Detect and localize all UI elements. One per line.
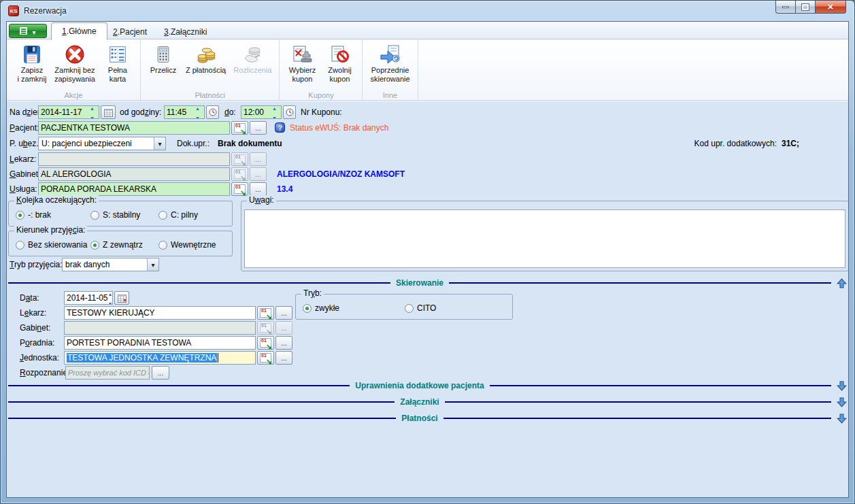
ribbon-group-akcje: Zapisz i zamknij Zamknij bez zapisywania… xyxy=(7,39,141,100)
referral-unit-browse-button[interactable]: ... xyxy=(275,351,292,365)
to-time-field[interactable]: 12:00 xyxy=(241,105,282,119)
service-picker-button[interactable]: 01 xyxy=(231,182,248,196)
attachments-section-title: Załączniki xyxy=(400,397,439,407)
radio-icon xyxy=(90,211,99,220)
direction-radio-bez-skierowania[interactable]: Bez skierowania xyxy=(16,239,87,250)
rozliczenia-button: Rozliczenia xyxy=(231,43,273,75)
referral-office-browse-button: ... xyxy=(275,321,292,335)
direction-radio-wewnetrzne[interactable]: Wewnętrzne xyxy=(158,239,216,250)
referral-date-field[interactable]: 2014-11-05 xyxy=(64,291,113,305)
tab-glowne[interactable]: 1.Główne xyxy=(51,22,107,40)
main-form: Na dzień: 2014-11-17 od godziny: 11:45 d… xyxy=(7,101,848,497)
radio-icon xyxy=(90,241,99,250)
from-time-spinner[interactable] xyxy=(193,105,202,119)
referral-date-spinner[interactable] xyxy=(108,291,113,305)
dropdown-arrow-icon xyxy=(147,258,158,271)
save-and-close-button[interactable]: Zapisz i zamknij xyxy=(15,43,49,84)
ewus-help-icon[interactable]: ? xyxy=(275,122,285,133)
date-field[interactable]: 2014-11-17 xyxy=(38,105,99,119)
referral-office-picker-button: 01 xyxy=(257,321,274,335)
referral-clinic-field[interactable]: PORTEST PORADNIA TESTOWA xyxy=(64,336,256,350)
referral-office-field xyxy=(64,321,256,335)
date-calendar-button[interactable] xyxy=(101,105,116,119)
referral-date-label: Data: xyxy=(20,291,39,305)
collapse-up-arrow-icon[interactable] xyxy=(837,278,847,288)
queue-radio-brak[interactable]: -: brak xyxy=(16,209,51,220)
przelicz-button[interactable]: Przelicz xyxy=(146,43,180,75)
diagnosis-placeholder: Proszę wybrać kod ICD 4-... xyxy=(68,369,150,377)
document-value: Brak dokumentu xyxy=(218,137,282,150)
queue-group-label: Kolejka oczekujących: xyxy=(14,195,99,205)
ribbon-menu-button[interactable] xyxy=(9,24,47,38)
referral-office-label: Gabinet: xyxy=(20,321,50,335)
to-time-spinner[interactable] xyxy=(270,105,279,119)
date-spinner[interactable] xyxy=(88,105,97,119)
patient-picker-button[interactable]: 01 xyxy=(231,121,248,135)
divider xyxy=(449,282,831,284)
referral-clinic-browse-button[interactable]: ... xyxy=(275,336,292,350)
from-time-clock-button[interactable] xyxy=(206,105,219,119)
mode-radio-zwykle[interactable]: zwykłe xyxy=(303,303,339,314)
extra-rights-section-header: Uprawnienia dodatkowe pacjenta xyxy=(8,380,847,391)
close-without-saving-button[interactable]: Zamknij bez zapisywania xyxy=(52,43,97,84)
z-platnoscia-button[interactable]: Z płatnością xyxy=(184,43,228,75)
mode-radio-cito[interactable]: CITO xyxy=(405,303,436,314)
coupon-stamp-icon xyxy=(291,44,313,65)
tab-pacjent[interactable]: 2.Pacjent xyxy=(103,23,157,40)
referral-unit-field[interactable]: TESTOWA JEDNOSTKA ZEWNĘTRZNA xyxy=(64,351,256,365)
full-card-button[interactable]: Pełna karta xyxy=(101,43,135,84)
referral-clinic-label: Poradnia: xyxy=(20,336,54,350)
divider xyxy=(8,385,350,386)
record-picker-icon: 01 xyxy=(260,308,271,318)
direction-radio-z-zewnatrz[interactable]: Z zewnątrz xyxy=(90,239,143,250)
zwolnij-kupon-button[interactable]: Zwolnij kupon xyxy=(322,43,356,84)
referral-unit-picker-button[interactable]: 01 xyxy=(257,351,274,365)
diagnosis-browse-button[interactable]: ... xyxy=(152,366,169,380)
referral-doctor-picker-button[interactable]: 01 xyxy=(257,306,274,320)
referral-doctor-browse-button[interactable]: ... xyxy=(275,306,292,320)
poprzednie-skierowanie-button[interactable]: Poprzednie skierowanie xyxy=(368,43,412,84)
text-caret xyxy=(218,353,218,363)
patient-field[interactable]: PACJENTKA TESTOWA xyxy=(38,121,230,135)
maximize-icon xyxy=(802,4,809,10)
document-label: Dok.upr.: xyxy=(177,137,209,150)
expand-down-arrow-icon[interactable] xyxy=(837,397,847,407)
patient-browse-button[interactable]: ... xyxy=(250,121,267,135)
close-button[interactable] xyxy=(815,1,846,14)
doctor-picker-button: 01 xyxy=(231,152,248,166)
referral-section-title: Skierowanie xyxy=(396,278,443,288)
expand-down-arrow-icon[interactable] xyxy=(837,381,847,391)
ribbon-group-kupony: Wybierz kupon Zwolnij kupon Kupony xyxy=(280,39,363,100)
selected-text: TESTOWA JEDNOSTKA ZEWNĘTRZNA xyxy=(67,353,217,363)
record-picker-icon: 01 xyxy=(260,353,271,363)
tab-zalaczniki[interactable]: 3.Załączniki xyxy=(154,23,217,40)
service-browse-button[interactable]: ... xyxy=(250,182,267,196)
referral-doctor-field[interactable]: TESTOWY KIERUJĄCY xyxy=(64,306,256,320)
referral-clinic-picker-button[interactable]: 01 xyxy=(257,336,274,350)
office-field: AL ALERGOLOGIA xyxy=(38,167,230,181)
from-time-field[interactable]: 11:45 xyxy=(164,105,205,119)
coupon-release-icon xyxy=(329,44,350,65)
save-close-icon xyxy=(21,44,43,65)
queue-radio-pilny[interactable]: C: pilny xyxy=(158,209,198,220)
diagnosis-field[interactable]: Proszę wybrać kod ICD 4-... xyxy=(65,366,150,380)
admission-mode-select[interactable]: brak danych xyxy=(62,258,159,271)
expand-down-arrow-icon[interactable] xyxy=(837,414,847,424)
dropdown-arrow-icon xyxy=(154,137,165,150)
service-field[interactable]: PORADA PORADA LEKARSKA xyxy=(38,182,230,196)
divider xyxy=(490,385,831,386)
to-time-clock-button[interactable] xyxy=(283,105,296,119)
divider xyxy=(445,401,831,403)
payer-select[interactable]: U: pacjenci ubezpieczeni xyxy=(38,137,166,150)
maximize-button[interactable] xyxy=(796,1,815,14)
minimize-button[interactable] xyxy=(775,1,796,14)
notes-group-label: Uwagi: xyxy=(247,195,276,205)
wybierz-kupon-button[interactable]: Wybierz kupon xyxy=(285,43,319,84)
office-label: Gabinet: xyxy=(10,167,40,181)
notes-textarea[interactable] xyxy=(244,209,845,268)
queue-radio-stabilny[interactable]: S: stabilny xyxy=(90,209,140,220)
full-card-icon xyxy=(107,44,129,65)
referral-date-calendar-button[interactable] xyxy=(114,291,129,305)
office-picker-button: 01 xyxy=(231,167,248,181)
ribbon-toolbar: Zapisz i zamknij Zamknij bez zapisywania… xyxy=(7,39,848,101)
